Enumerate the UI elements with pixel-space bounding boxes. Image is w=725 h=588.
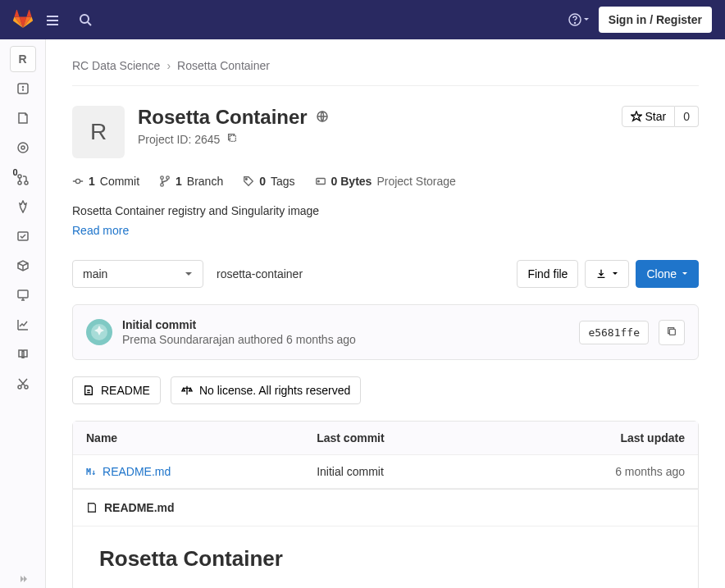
project-header: R Rosetta Container Project ID: 2645 Sta… [72, 86, 699, 165]
svg-point-8 [18, 181, 21, 185]
top-navbar: Sign in / Register [0, 0, 725, 39]
public-icon [316, 110, 329, 125]
gitlab-logo[interactable] [13, 9, 33, 31]
col-commit: Last commit [303, 422, 499, 455]
branches-count: 1 [176, 175, 182, 188]
help-icon[interactable] [566, 7, 592, 33]
commits-stat[interactable]: 1 Commit [72, 175, 139, 188]
mr-count-badge: 0 [13, 167, 18, 177]
svg-point-7 [18, 175, 21, 178]
storage-stat: 0 Bytes Project Storage [315, 175, 456, 188]
analytics-icon[interactable] [10, 312, 36, 338]
table-row[interactable]: M↓README.md Initial commit 6 months ago [73, 455, 698, 489]
storage-label: Project Storage [376, 175, 456, 188]
project-description: Rosetta Container registry and Singulari… [72, 204, 699, 217]
file-update-time: 6 months ago [499, 455, 698, 489]
commit-author[interactable]: Prema Soundararajan [122, 333, 235, 346]
merge-requests-icon[interactable]: 0 [10, 164, 36, 190]
main-content: RC Data Science › Rosetta Container R Ro… [46, 39, 725, 588]
file-commit-link[interactable]: Initial commit [317, 465, 384, 478]
file-name-link[interactable]: README.md [103, 465, 171, 478]
download-button[interactable] [585, 260, 629, 288]
clone-label: Clone [646, 267, 677, 280]
signin-button[interactable]: Sign in / Register [599, 7, 712, 33]
sidebar: R 0 [0, 39, 46, 588]
svg-rect-5 [18, 143, 28, 153]
svg-point-12 [18, 385, 21, 389]
readme-pill-label: README [101, 384, 150, 397]
monitor-icon[interactable] [10, 282, 36, 308]
find-file-button[interactable]: Find file [517, 260, 578, 288]
copy-sha-icon[interactable] [659, 320, 685, 345]
hamburger-icon[interactable] [39, 7, 66, 33]
commit-time: 6 months ago [286, 333, 356, 346]
breadcrumb: RC Data Science › Rosetta Container [72, 52, 699, 86]
svg-rect-15 [230, 135, 236, 141]
storage-size: 0 Bytes [331, 175, 372, 188]
star-label: Star [645, 110, 667, 123]
svg-point-16 [75, 179, 80, 183]
readme-heading: Rosetta Container [99, 546, 672, 572]
svg-point-18 [166, 176, 170, 180]
svg-point-17 [161, 176, 164, 180]
star-button[interactable]: Star [622, 106, 676, 127]
deployments-icon[interactable] [10, 223, 36, 249]
commit-title[interactable]: Initial commit [122, 318, 196, 331]
svg-rect-11 [18, 290, 28, 298]
branch-selector[interactable]: main [72, 260, 203, 288]
project-avatar-small[interactable]: R [10, 46, 36, 72]
markdown-icon: M↓ [86, 467, 96, 476]
commit-author-avatar[interactable] [86, 319, 112, 345]
commits-label: Commit [100, 175, 139, 188]
project-stats: 1 Commit 1 Branch 0 Tags 0 Bytes Project… [72, 165, 699, 198]
branches-label: Branch [187, 175, 223, 188]
path-crumb[interactable]: rosetta-container [217, 267, 303, 280]
readme-pill[interactable]: README [72, 376, 161, 404]
tags-count: 0 [259, 175, 266, 188]
col-name: Name [73, 422, 303, 455]
copy-id-icon[interactable] [226, 132, 238, 146]
svg-point-19 [161, 184, 164, 187]
svg-rect-24 [669, 329, 675, 335]
branch-name: main [83, 267, 107, 280]
svg-point-20 [246, 179, 248, 180]
file-table: Name Last commit Last update M↓README.md… [72, 421, 699, 490]
authored-label: authored [238, 333, 283, 346]
repository-icon[interactable] [10, 105, 36, 131]
snippets-icon[interactable] [10, 371, 36, 397]
license-pill[interactable]: No license. All rights reserved [171, 376, 361, 404]
chevron-right-icon: › [166, 59, 171, 72]
commit-sha[interactable]: e5681ffe [579, 321, 649, 344]
project-avatar: R [72, 106, 125, 158]
svg-point-0 [80, 15, 89, 23]
svg-point-4 [22, 87, 23, 88]
clone-button[interactable]: Clone [636, 260, 699, 288]
search-icon[interactable] [72, 7, 98, 33]
branches-stat[interactable]: 1 Branch [159, 175, 223, 188]
breadcrumb-group[interactable]: RC Data Science [72, 59, 160, 72]
info-pills: README No license. All rights reserved [72, 360, 699, 421]
svg-point-22 [317, 180, 319, 182]
svg-point-6 [21, 146, 25, 149]
commits-count: 1 [89, 175, 95, 188]
file-controls: main rosetta-container Find file Clone [72, 244, 699, 304]
cicd-icon[interactable] [10, 194, 36, 220]
tags-stat[interactable]: 0 Tags [243, 175, 294, 188]
svg-point-13 [25, 385, 28, 389]
tags-label: Tags [271, 175, 295, 188]
read-more-link[interactable]: Read more [72, 224, 129, 237]
last-commit-box: Initial commit Prema Soundararajan autho… [72, 304, 699, 360]
readme-filename: README.md [104, 501, 175, 514]
star-count[interactable]: 0 [675, 106, 699, 127]
issues-icon[interactable] [10, 134, 36, 161]
collapse-sidebar-icon[interactable] [10, 566, 36, 588]
project-id: Project ID: 2645 [138, 133, 220, 146]
breadcrumb-project[interactable]: Rosetta Container [177, 59, 270, 72]
wiki-icon[interactable] [10, 341, 36, 367]
license-pill-label: No license. All rights reserved [199, 384, 350, 397]
project-info-icon[interactable] [10, 75, 36, 102]
readme-preview: README.md Rosetta Container [72, 490, 699, 588]
col-update: Last update [499, 422, 698, 455]
packages-icon[interactable] [10, 253, 36, 279]
project-title: Rosetta Container [138, 106, 308, 129]
